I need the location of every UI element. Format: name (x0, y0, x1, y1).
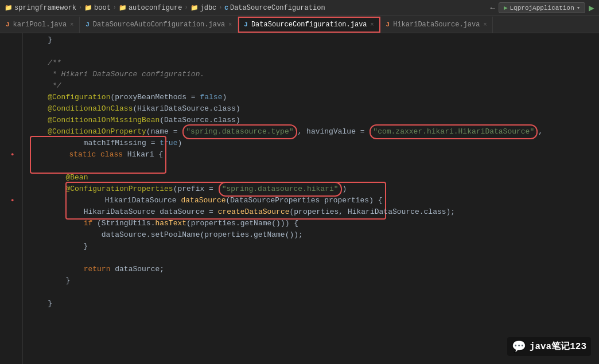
code-line: } (30, 34, 599, 46)
code-text: class (100, 150, 123, 159)
tab-close-button[interactable]: × (228, 22, 232, 28)
code-text (30, 103, 48, 115)
breadcrumb-sep-4: › (219, 5, 222, 11)
tab-hikaridatasource[interactable]: J HikariDataSource.java × (380, 17, 493, 33)
code-text (30, 218, 84, 229)
tab-karipool[interactable]: J kariPool.java × (0, 17, 80, 33)
code-text: (proxyBeanMethods = (110, 92, 200, 103)
code-text (30, 195, 65, 206)
tab-label: kariPool.java (13, 21, 67, 29)
code-line: return dataSource; (30, 264, 599, 275)
breadcrumb-sep-2: › (113, 5, 116, 11)
line-gutter (0, 33, 23, 364)
breadcrumb-autoconfigure[interactable]: autoconfigure (119, 4, 182, 12)
code-line: } (30, 275, 599, 287)
code-text: createDataSource (218, 206, 290, 218)
watermark: 💬 java笔记123 (507, 337, 591, 356)
code-text: /** (30, 57, 61, 69)
code-text: @Configuration (48, 92, 110, 103)
folder-icon (190, 4, 199, 12)
tab-datasourceauto[interactable]: J DataSourceAutoConfiguration.java × (80, 17, 238, 33)
watermark-icon: 💬 (512, 339, 526, 354)
code-text: ) (177, 138, 182, 149)
code-line: @Configuration(proxyBeanMethods = false) (30, 92, 599, 103)
tab-java-icon: J (85, 21, 90, 28)
code-text: static (69, 150, 96, 159)
code-line (30, 252, 599, 264)
code-text: , (538, 126, 543, 138)
code-text: return (84, 264, 111, 275)
code-line: } (30, 298, 599, 310)
code-text: "spring.datasource.type" (186, 127, 293, 136)
code-text: * Hikari DataSource configuration. (30, 69, 204, 80)
code-line: */ (30, 80, 599, 92)
code-text: HikariDataSource (84, 206, 155, 218)
breadcrumb-sep-3: › (185, 5, 188, 11)
tab-java-icon: J (244, 21, 248, 28)
run-config-icon: ▶ (504, 4, 508, 11)
back-arrow[interactable]: ← (490, 3, 495, 13)
code-text: } (30, 298, 52, 310)
dropdown-icon: ▾ (577, 4, 581, 11)
code-text (30, 92, 48, 103)
code-text: } (30, 34, 52, 46)
code-line: HikariDataSource dataSource = createData… (30, 206, 599, 218)
code-text: if (84, 218, 93, 229)
code-text (30, 172, 65, 183)
breadcrumb-datasourceconfiguration[interactable]: C DataSourceConfiguration (224, 4, 325, 12)
tab-label: DataSourceConfiguration.java (251, 21, 367, 29)
watermark-text: java笔记123 (530, 340, 586, 353)
code-line-static-class: static class Hikari { (30, 149, 599, 161)
run-button-area: ← ▶ LqprojApplication ▾ ▶ (490, 2, 594, 14)
code-area: } /** * Hikari DataSource configuration.… (0, 33, 599, 364)
tab-datasourceconfiguration[interactable]: J DataSourceConfiguration.java × (238, 17, 380, 33)
run-config-selector[interactable]: ▶ LqprojApplication ▾ (499, 2, 585, 13)
tab-close-button[interactable]: × (70, 22, 73, 28)
code-text: (StringUtils. (92, 218, 155, 229)
tab-close-button[interactable]: × (483, 22, 487, 28)
code-text: ) (222, 92, 227, 103)
tab-java-icon: J (386, 21, 390, 28)
circled-string-value: "com.zaxxer.hikari.HikariDataSource" (369, 124, 538, 139)
code-text: @ConditionalOnClass (48, 103, 133, 115)
breadcrumb-bar: springframework › boot › autoconfigure ›… (0, 0, 599, 16)
code-line (30, 287, 599, 298)
code-text: , havingValue = (298, 126, 369, 138)
code-text: (DataSourceProperties properties) { (226, 196, 383, 205)
code-text: dataSource.setPoolName(properties.getNam… (30, 229, 303, 241)
breadcrumb-springframework[interactable]: springframework (5, 4, 76, 12)
code-text: dataSource (181, 196, 225, 205)
breadcrumb-boot[interactable]: boot (84, 4, 111, 12)
code-text (30, 206, 84, 218)
play-button[interactable]: ▶ (589, 2, 594, 14)
code-text: (properties.getName())) { (186, 218, 298, 229)
tab-label: DataSourceAutoConfiguration.java (93, 21, 225, 29)
code-text: dataSource = (155, 206, 217, 218)
code-line: if (StringUtils.hasText(properties.getNa… (30, 218, 599, 229)
tab-close-button[interactable]: × (371, 22, 374, 28)
code-text: "com.zaxxer.hikari.HikariDataSource" (373, 127, 534, 136)
breadcrumb-sep-1: › (79, 5, 82, 11)
code-line: dataSource.setPoolName(properties.getNam… (30, 229, 599, 241)
code-text: @ConditionalOnMissingBean (48, 115, 160, 126)
code-line: } (30, 241, 599, 252)
code-text: */ (30, 80, 61, 92)
boxed-static-class: static class Hikari { (30, 136, 166, 174)
code-line-method: HikariDataSource dataSource(DataSourcePr… (30, 195, 599, 206)
folder-icon (84, 4, 92, 12)
code-line: @ConditionalOnClass(HikariDataSource.cla… (30, 103, 599, 115)
tab-java-icon: J (6, 21, 10, 28)
class-icon: C (224, 5, 228, 11)
code-text: HikariDataSource (105, 196, 177, 205)
code-text: } (30, 275, 70, 287)
circled-string-name: "spring.datasource.type" (182, 124, 297, 139)
code-text: (properties, HikariDataSource.class); (290, 206, 456, 218)
code-text (30, 183, 65, 195)
code-line: * Hikari DataSource configuration. (30, 69, 599, 80)
code-content[interactable]: } /** * Hikari DataSource configuration.… (23, 33, 599, 364)
run-config-label: LqprojApplication (510, 5, 574, 11)
code-text: } (30, 241, 88, 252)
code-text (30, 264, 84, 275)
tab-bar: J kariPool.java × J DataSourceAutoConfig… (0, 16, 599, 33)
breadcrumb-jdbc[interactable]: jdbc (190, 4, 217, 12)
